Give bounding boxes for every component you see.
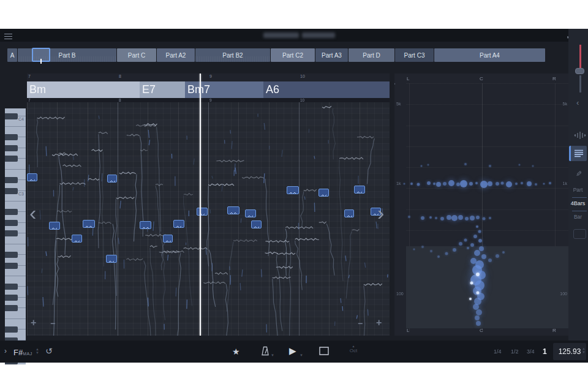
black-key[interactable]	[5, 177, 18, 183]
part-tab-label: Part A4	[480, 52, 500, 59]
key-spinner[interactable]: ▲▼	[36, 347, 39, 355]
note-block[interactable]	[245, 209, 256, 217]
key-expand-chevron[interactable]: ›	[4, 347, 7, 355]
tempo-display[interactable]: 125.93	[553, 343, 586, 360]
octave-control[interactable]: ▲ Oct	[347, 344, 360, 353]
note-block[interactable]	[106, 255, 117, 263]
stereo-dots-canvas	[394, 74, 568, 336]
note-block[interactable]	[344, 209, 354, 217]
black-key[interactable]	[5, 188, 18, 194]
part-tab-part-c2[interactable]: Part C2	[271, 48, 315, 62]
black-key[interactable]	[5, 305, 18, 311]
note-waveform	[345, 214, 353, 217]
note-block[interactable]	[287, 186, 299, 194]
note-block[interactable]	[83, 220, 95, 228]
menu-icon[interactable]	[4, 32, 12, 41]
black-key[interactable]	[5, 220, 18, 226]
part-tab-part-c3[interactable]: Part C3	[395, 48, 434, 62]
note-block[interactable]	[163, 235, 173, 243]
play-button[interactable]: ▶	[289, 345, 296, 356]
note-block[interactable]	[318, 189, 329, 197]
freq-label-right: 1k	[563, 181, 567, 186]
part-tab-part-c[interactable]: Part C	[117, 48, 156, 62]
note-block[interactable]	[251, 221, 262, 228]
audio-spread-icon[interactable]	[574, 131, 586, 140]
note-block[interactable]	[354, 186, 365, 194]
chord-block-a6[interactable]: A6	[263, 81, 390, 98]
scroll-right-arrow[interactable]: ›	[377, 203, 384, 222]
chord-label: E7	[142, 83, 156, 96]
empty-slot-button[interactable]	[573, 229, 586, 239]
zoom-in-button-right[interactable]: +	[376, 317, 382, 328]
note-waveform	[108, 179, 116, 183]
black-key[interactable]	[5, 145, 18, 151]
bar-number: 9	[209, 98, 212, 102]
play-dropdown-caret[interactable]: ▼	[300, 353, 303, 357]
range-item-bar[interactable]: Bar	[569, 214, 587, 221]
loop-region-icon[interactable]	[319, 347, 329, 355]
chord-block-bm7[interactable]: Bm7	[185, 81, 263, 98]
note-waveform	[174, 224, 183, 228]
note-block[interactable]	[107, 175, 117, 183]
black-key[interactable]	[5, 252, 18, 258]
part-tab-part-a4[interactable]: Part A4	[434, 48, 545, 62]
black-key[interactable]	[5, 295, 18, 301]
volume-slider-track-lower	[579, 75, 581, 92]
scroll-left-arrow[interactable]: ‹	[29, 203, 36, 222]
metronome-icon[interactable]	[261, 346, 270, 356]
note-block[interactable]	[173, 220, 184, 228]
note-block[interactable]	[197, 208, 208, 216]
black-key[interactable]	[5, 134, 18, 140]
range-divider	[572, 211, 587, 211]
duration-1-4[interactable]: 1/4	[494, 349, 502, 355]
undo-icon[interactable]: ↺	[45, 346, 53, 356]
note-waveform	[246, 214, 255, 217]
note-block[interactable]	[49, 222, 60, 230]
part-tab-a[interactable]: A	[7, 48, 17, 62]
panel-bottom-label-r: R	[552, 328, 556, 333]
chord-label: Bm	[29, 83, 46, 96]
tempo-spinner[interactable]: ▲▼	[582, 347, 586, 354]
part-tab-part-b2[interactable]: Part B2	[195, 48, 270, 62]
zoom-in-button-left[interactable]: +	[31, 317, 36, 328]
black-key[interactable]	[5, 113, 18, 119]
black-key[interactable]	[5, 284, 18, 290]
range-item-4bars[interactable]: 4Bars	[569, 200, 587, 208]
black-key[interactable]	[5, 263, 18, 269]
duration-1[interactable]: 1	[543, 347, 547, 356]
panel-top-label-r: R	[552, 76, 556, 81]
piano-roll[interactable]: 78910 78910 BmE7Bm7A6 ‹ › + − − +	[27, 74, 390, 336]
note-block[interactable]	[27, 173, 37, 181]
duration-1-2[interactable]: 1/2	[511, 349, 519, 355]
black-key[interactable]	[5, 326, 18, 333]
list-view-button[interactable]	[569, 146, 587, 161]
tempo-value: 125.93	[559, 347, 581, 356]
part-tab-part-a3[interactable]: Part A3	[315, 48, 348, 62]
range-item-part[interactable]: Part	[569, 187, 587, 194]
note-block[interactable]	[227, 206, 239, 214]
duration-3-4[interactable]: 3/4	[527, 349, 535, 355]
favorite-star-icon[interactable]: ★	[232, 347, 240, 356]
piano-keyboard[interactable]: C4C3	[5, 108, 26, 364]
note-block[interactable]	[72, 235, 82, 243]
chord-block-bm[interactable]: Bm	[27, 81, 140, 98]
black-key[interactable]	[5, 156, 18, 162]
chord-block-e7[interactable]: E7	[140, 81, 185, 98]
octave-label: Oct	[347, 348, 360, 353]
black-key[interactable]	[5, 230, 18, 236]
black-key[interactable]	[5, 209, 18, 215]
pencil-icon[interactable]: ✎	[576, 170, 582, 178]
note-block[interactable]	[140, 221, 151, 229]
playhead[interactable]	[200, 74, 201, 336]
note-waveform	[228, 211, 238, 214]
part-tab-part-a2[interactable]: Part A2	[157, 48, 195, 62]
zoom-out-button-right[interactable]: −	[358, 318, 363, 328]
key-signature[interactable]: F#MAJ	[13, 347, 32, 358]
part-tab-part-d[interactable]: Part D	[349, 48, 394, 62]
panel-collapse-chevron[interactable]: ›	[394, 80, 396, 87]
zoom-out-button-left[interactable]: −	[50, 318, 55, 328]
collapse-chevron-icon[interactable]: ‹	[576, 98, 579, 107]
panel-bottom-label-c: C	[480, 328, 483, 333]
metronome-dropdown-caret[interactable]: ▼	[271, 353, 274, 357]
volume-slider-knob[interactable]	[575, 68, 584, 74]
